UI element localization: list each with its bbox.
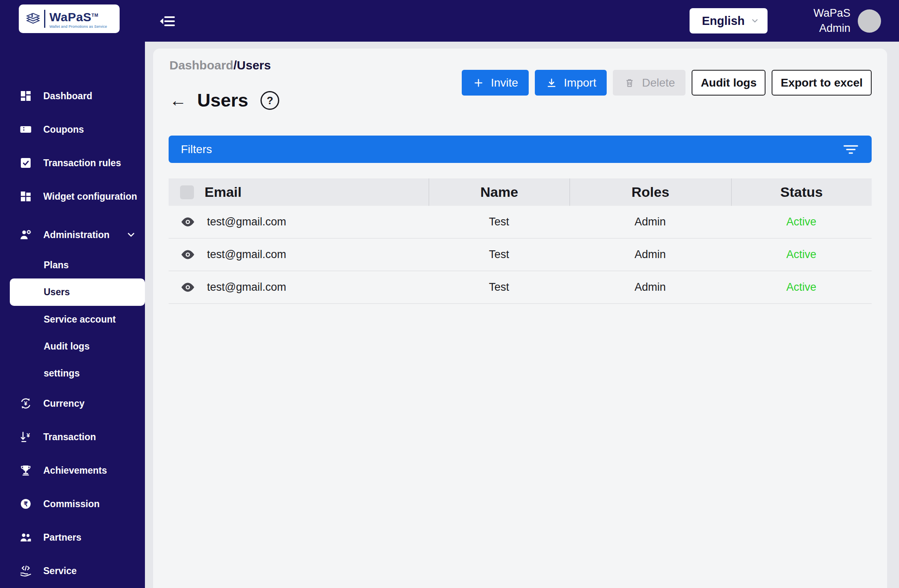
header-status: Status: [780, 184, 823, 200]
table-header-row: Email Name Roles Status: [169, 178, 872, 206]
sidebar-item-currency[interactable]: ¥ Currency: [0, 387, 145, 420]
sidebar-item-commission[interactable]: ₹ Commission: [0, 487, 145, 521]
chevron-down-icon: [750, 16, 759, 25]
dashboard-icon: [19, 89, 33, 103]
brand-tagline: Wallet and Promotions as Service: [49, 24, 107, 29]
brand-logo[interactable]: WaPaSTM Wallet and Promotions as Service: [19, 4, 120, 33]
sidebar-item-label: Currency: [43, 398, 85, 409]
sidebar-subitem-plans[interactable]: Plans: [0, 252, 145, 278]
header-name: Name: [481, 184, 518, 200]
help-icon[interactable]: ?: [260, 91, 279, 110]
widgets-icon: [19, 189, 33, 203]
filters-bar[interactable]: Filters: [169, 136, 872, 163]
cell-roles: Admin: [634, 281, 666, 294]
sidebar-item-label: Achievements: [43, 465, 107, 476]
partners-people-icon: [19, 530, 33, 544]
sidebar-item-administration[interactable]: Administration: [0, 218, 145, 252]
logo-divider: [44, 10, 45, 28]
breadcrumb-dashboard-link[interactable]: Dashboard: [169, 58, 234, 72]
sidebar-item-label: Partners: [43, 532, 81, 543]
view-user-eye-icon[interactable]: [180, 249, 196, 261]
invite-button[interactable]: Invite: [462, 70, 529, 96]
sidebar-subitem-label: Audit logs: [44, 341, 89, 352]
filters-label: Filters: [181, 143, 212, 156]
sidebar-item-label: Administration: [43, 229, 109, 241]
sidebar-item-label: Coupons: [43, 124, 84, 135]
rules-check-icon: [19, 156, 33, 170]
wapas-logo-icon: [24, 9, 42, 28]
svg-text:₹: ₹: [24, 501, 28, 508]
back-arrow[interactable]: ←: [169, 92, 187, 109]
sidebar-item-label: Commission: [43, 499, 100, 510]
users-table: Email Name Roles Status test@gmail.com: [169, 178, 872, 304]
sidebar-subitem-settings[interactable]: settings: [0, 360, 145, 387]
view-user-eye-icon[interactable]: [180, 216, 196, 228]
sidebar-item-label: Widget configuration: [43, 191, 137, 202]
cell-email: test@gmail.com: [207, 281, 286, 294]
audit-logs-button[interactable]: Audit logs: [692, 70, 765, 96]
trademark: TM: [91, 13, 98, 18]
user-name: WaPaS Admin: [813, 6, 850, 36]
trash-icon: [623, 77, 636, 89]
svg-text:¥: ¥: [24, 400, 27, 407]
breadcrumb-current: Users: [237, 58, 271, 72]
plus-icon: [472, 77, 485, 89]
sidebar-subitem-users[interactable]: Users: [10, 278, 145, 306]
sidebar-item-service[interactable]: Service: [0, 554, 145, 588]
sidebar: WaPaSTM Wallet and Promotions as Service…: [0, 0, 145, 588]
sidebar-item-partners[interactable]: Partners: [0, 521, 145, 554]
sidebar-subitem-service-account[interactable]: Service account: [0, 306, 145, 333]
sidebar-item-transaction-rules[interactable]: Transaction rules: [0, 146, 145, 180]
import-button[interactable]: Import: [535, 70, 607, 96]
sidebar-item-label: Transaction: [43, 432, 96, 443]
sidebar-subitem-label: settings: [44, 368, 80, 379]
sidebar-item-transaction[interactable]: ¥ Transaction: [0, 420, 145, 454]
users-page-card: Dashboard/Users Invite Import: [153, 49, 887, 588]
sidebar-subitem-label: Plans: [44, 260, 69, 271]
view-user-eye-icon[interactable]: [180, 282, 196, 293]
language-selector[interactable]: English: [690, 8, 768, 33]
rupee-circle-icon: ₹: [19, 497, 33, 511]
language-label: English: [702, 14, 745, 28]
cell-roles: Admin: [634, 248, 666, 261]
coupon-icon: [19, 122, 33, 136]
transaction-yen-icon: ¥: [19, 430, 33, 444]
filter-icon: [842, 143, 859, 156]
sidebar-item-dashboard[interactable]: Dashboard: [0, 79, 145, 113]
table-row[interactable]: test@gmail.com Test Admin Active: [169, 206, 872, 238]
select-all-checkbox[interactable]: [180, 185, 194, 199]
sidebar-item-achievements[interactable]: Achievements: [0, 454, 145, 487]
sidebar-collapse-icon[interactable]: [159, 12, 177, 30]
cell-name: Test: [489, 248, 510, 261]
page-title: Users: [197, 90, 248, 111]
breadcrumb-separator: /: [234, 58, 237, 72]
table-row[interactable]: test@gmail.com Test Admin Active: [169, 238, 872, 271]
brand-name: WaPaSTM: [49, 9, 107, 23]
status-badge: Active: [786, 216, 817, 228]
cell-name: Test: [489, 281, 510, 294]
avatar[interactable]: [858, 9, 881, 33]
admin-user-gear-icon: [19, 228, 33, 242]
svg-text:¥: ¥: [27, 432, 30, 439]
cell-name: Test: [489, 216, 510, 228]
sidebar-subitem-label: Users: [44, 287, 70, 298]
export-to-excel-button[interactable]: Export to excel: [772, 70, 872, 96]
main-content: Dashboard/Users Invite Import: [145, 42, 899, 588]
status-badge: Active: [786, 248, 817, 261]
currency-exchange-icon: ¥: [19, 396, 33, 410]
table-row[interactable]: test@gmail.com Test Admin Active: [169, 271, 872, 304]
cell-email: test@gmail.com: [207, 216, 286, 228]
service-code-hand-icon: [19, 564, 33, 578]
sidebar-item-widget-configuration[interactable]: Widget configuration: [0, 180, 145, 213]
cell-roles: Admin: [634, 216, 666, 228]
sidebar-subitem-audit-logs[interactable]: Audit logs: [0, 333, 145, 360]
delete-button[interactable]: Delete: [613, 70, 685, 96]
sidebar-subitem-label: Service account: [44, 314, 116, 325]
status-badge: Active: [786, 281, 817, 294]
page-actions: Invite Import: [462, 70, 872, 96]
sidebar-nav: Dashboard Coupons Transaction rules: [0, 79, 145, 588]
chevron-down-icon: [126, 229, 136, 240]
download-icon: [545, 77, 558, 89]
cell-email: test@gmail.com: [207, 248, 286, 261]
sidebar-item-coupons[interactable]: Coupons: [0, 113, 145, 146]
